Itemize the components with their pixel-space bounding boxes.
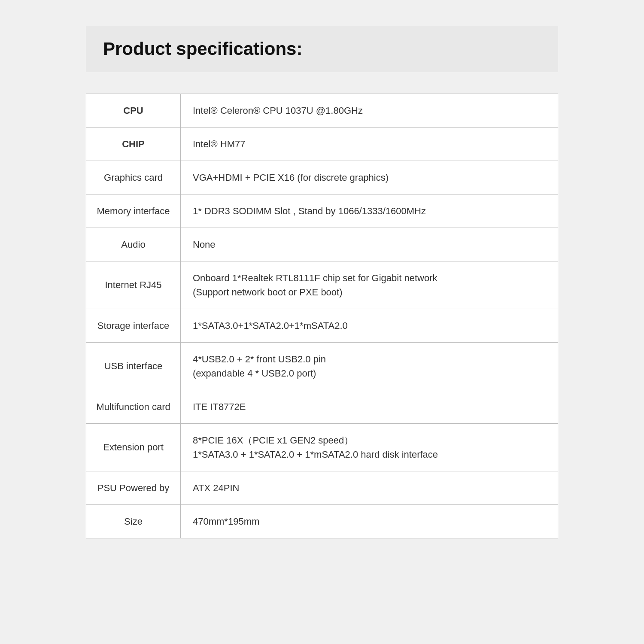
spec-value: Intel® Celeron® CPU 1037U @1.80GHz [181,94,558,128]
table-row: Internet RJ45Onboard 1*Realtek RTL8111F … [86,261,558,309]
table-row: PSU Powered byATX 24PIN [86,471,558,505]
spec-value: VGA+HDMI + PCIE X16 (for discrete graphi… [181,161,558,194]
spec-value: ATX 24PIN [181,471,558,505]
spec-value: None [181,228,558,261]
spec-label: CPU [86,94,181,128]
spec-value: Onboard 1*Realtek RTL8111F chip set for … [181,261,558,309]
spec-value: ITE IT8772E [181,390,558,424]
page-wrapper: Product specifications: CPUIntel® Celero… [86,26,558,538]
spec-label: PSU Powered by [86,471,181,505]
spec-label: Multifunction card [86,390,181,424]
table-row: USB interface4*USB2.0 + 2* front USB2.0 … [86,343,558,390]
table-row: Size470mm*195mm [86,505,558,538]
table-row: Storage interface1*SATA3.0+1*SATA2.0+1*m… [86,309,558,343]
spec-label: Graphics card [86,161,181,194]
specs-table: CPUIntel® Celeron® CPU 1037U @1.80GHzCHI… [86,94,558,538]
table-row: AudioNone [86,228,558,261]
spec-label: Size [86,505,181,538]
spec-label: Storage interface [86,309,181,343]
header-section: Product specifications: [86,26,558,72]
table-row: Extension port8*PCIE 16X（PCIE x1 GEN2 sp… [86,424,558,471]
spec-label: USB interface [86,343,181,390]
spec-label: Extension port [86,424,181,471]
page-title: Product specifications: [103,39,541,59]
spec-value: 470mm*195mm [181,505,558,538]
spec-label: Audio [86,228,181,261]
spec-value: 4*USB2.0 + 2* front USB2.0 pin(expandabl… [181,343,558,390]
spec-value: 1* DDR3 SODIMM Slot , Stand by 1066/1333… [181,194,558,228]
spec-value: Intel® HM77 [181,128,558,161]
spec-value: 1*SATA3.0+1*SATA2.0+1*mSATA2.0 [181,309,558,343]
table-row: CHIPIntel® HM77 [86,128,558,161]
spec-label: CHIP [86,128,181,161]
table-row: Memory interface1* DDR3 SODIMM Slot , St… [86,194,558,228]
table-row: Multifunction cardITE IT8772E [86,390,558,424]
spec-label: Memory interface [86,194,181,228]
table-row: Graphics cardVGA+HDMI + PCIE X16 (for di… [86,161,558,194]
table-row: CPUIntel® Celeron® CPU 1037U @1.80GHz [86,94,558,128]
spec-label: Internet RJ45 [86,261,181,309]
spec-value: 8*PCIE 16X（PCIE x1 GEN2 speed）1*SATA3.0 … [181,424,558,471]
